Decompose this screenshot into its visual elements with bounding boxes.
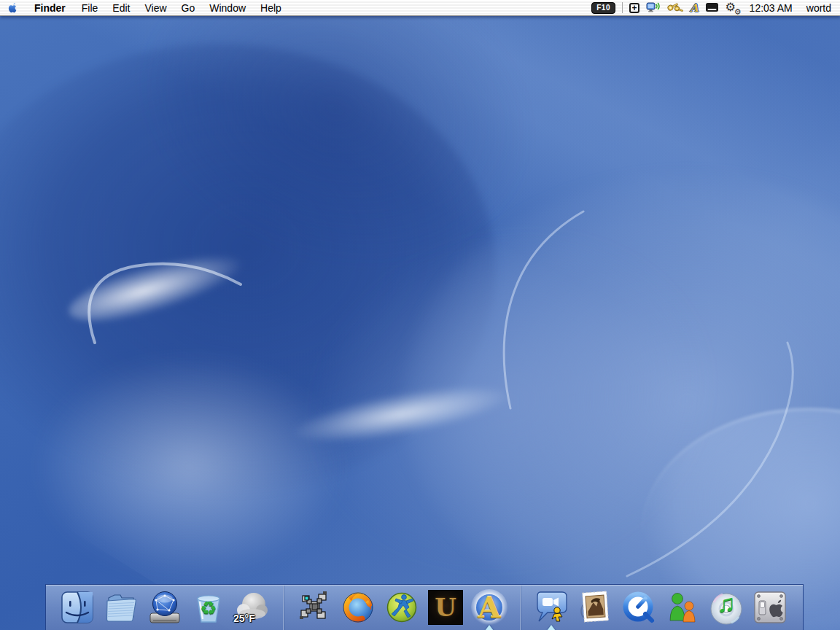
menu-view[interactable]: View xyxy=(137,0,174,15)
ares-a-glyph: A xyxy=(478,593,500,622)
keychain-menu-icon[interactable] xyxy=(667,1,683,15)
dock-section-left: ♻ 25°F xyxy=(56,586,273,629)
wallpaper-diagonal-band xyxy=(56,0,840,630)
dock-item-itunes[interactable]: ♫ xyxy=(705,586,747,629)
wallpaper-light-region xyxy=(272,189,750,613)
dock-item-network-drive[interactable] xyxy=(144,586,186,629)
keys-icon xyxy=(667,2,683,14)
wallpaper-glow xyxy=(29,350,350,583)
wallpaper-white-wisp xyxy=(289,375,512,453)
folder-icon xyxy=(103,591,139,624)
ares-icon: A xyxy=(471,589,508,626)
finder-icon xyxy=(60,590,95,625)
dock-item-ichat-aim[interactable] xyxy=(530,586,572,629)
dock-item-quicktime[interactable] xyxy=(618,586,660,629)
monitor-icon xyxy=(705,2,719,13)
dock-item-firefox[interactable] xyxy=(337,586,379,629)
wallpaper-white-wisp xyxy=(63,240,251,335)
network-globe-drive-icon xyxy=(147,590,182,625)
monitor-soundwave-icon xyxy=(646,1,661,14)
desktop-wallpaper[interactable] xyxy=(0,0,840,630)
dock-item-globe-dancer-game[interactable] xyxy=(381,586,423,629)
dock-item-recycle-trash[interactable]: ♻ xyxy=(187,586,230,629)
wallpaper-dark-swirl-arm xyxy=(94,0,577,318)
ichat-aim-icon xyxy=(533,589,569,626)
recycle-icon: ♻ xyxy=(200,597,217,620)
dock-item-folder[interactable] xyxy=(100,586,142,629)
system-preferences-icon xyxy=(752,590,788,625)
wallpaper-diagonal-band xyxy=(0,0,840,473)
hotkey-f10-badge[interactable]: F10 xyxy=(591,2,615,14)
menu-window[interactable]: Window xyxy=(202,0,253,15)
unreal-tournament-icon: U xyxy=(428,590,463,625)
a-app-menu-icon[interactable]: A xyxy=(690,1,699,15)
dock-section-right: ♫ xyxy=(530,586,791,629)
weather-temperature: 25°F xyxy=(233,612,255,624)
fast-user-switching-name[interactable]: wortd xyxy=(801,2,833,14)
unreal-u-glyph: U xyxy=(435,595,456,620)
firefox-icon xyxy=(341,590,376,625)
dock-item-unreal-tournament[interactable]: U xyxy=(424,586,467,629)
dock-item-weather[interactable]: 25°F xyxy=(231,586,273,629)
dock-item-spaceship-game[interactable] xyxy=(293,586,335,629)
dock-section-middle: U A xyxy=(293,586,510,629)
music-notes-icon: ♫ xyxy=(717,589,736,618)
wallpaper-dark-swirl xyxy=(0,44,496,496)
dock-item-system-preferences[interactable] xyxy=(749,586,791,629)
running-app-indicator xyxy=(485,625,494,630)
menu-divider xyxy=(622,2,623,13)
plus-box-menu-icon[interactable]: + xyxy=(629,3,639,13)
dock-separator xyxy=(520,586,521,630)
msn-messenger-icon xyxy=(665,590,700,625)
dock-item-msn-messenger[interactable] xyxy=(661,586,704,629)
display-sharing-menu-icon[interactable] xyxy=(646,1,661,15)
dock-item-mail[interactable] xyxy=(574,586,616,629)
menu-bar-left: Finder File Edit View Go Window Help xyxy=(0,0,289,15)
mail-stamp-icon xyxy=(577,589,613,626)
menu-clock[interactable]: 12:03 AM xyxy=(748,2,794,14)
apple-menu[interactable] xyxy=(0,0,26,15)
globe-dancer-icon xyxy=(384,590,419,625)
displays-menu-icon[interactable] xyxy=(705,1,719,15)
menu-go[interactable]: Go xyxy=(174,0,203,15)
dock-separator xyxy=(283,586,284,630)
dock: ♻ 25°F xyxy=(45,584,804,630)
dock-item-ares[interactable]: A xyxy=(468,586,510,629)
menu-edit[interactable]: Edit xyxy=(105,0,137,15)
menu-help[interactable]: Help xyxy=(253,0,289,15)
menu-file[interactable]: File xyxy=(74,0,106,15)
wallpaper-thin-arcs xyxy=(0,0,840,630)
gear-icon: ⚙ xyxy=(734,7,742,17)
menu-bar: Finder File Edit View Go Window Help F10… xyxy=(0,0,840,16)
wallpaper-light-region xyxy=(402,175,840,627)
running-app-indicator xyxy=(547,625,556,630)
dock-item-finder[interactable] xyxy=(56,586,98,629)
quicktime-icon xyxy=(621,590,656,625)
apple-logo-icon xyxy=(7,1,18,14)
menu-app-name[interactable]: Finder xyxy=(26,0,74,15)
menu-bar-status-area: F10 + xyxy=(591,0,840,15)
gears-menu-icon[interactable]: ⚙ ⚙ xyxy=(726,1,742,15)
spaceship-game-icon xyxy=(297,590,332,625)
